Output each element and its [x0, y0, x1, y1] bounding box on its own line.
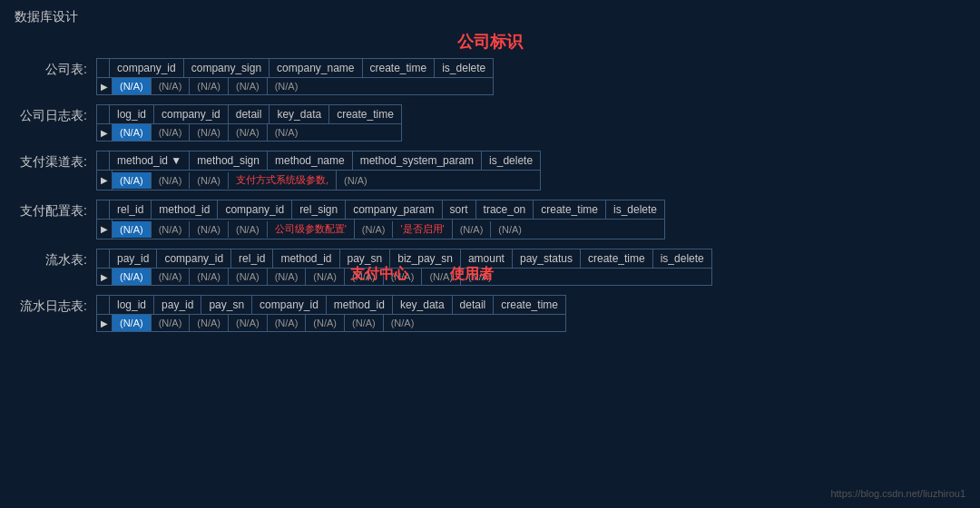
table-row-wrapper: 公司表:company_idcompany_signcompany_namecr… [15, 58, 965, 95]
table-label: 支付配置表: [15, 200, 96, 220]
cell-value: 支付方式系统级参数, [229, 171, 337, 190]
cell-value: (N/A) [384, 315, 422, 331]
table-row-wrapper: 流水表:pay_idcompany_idrel_idmethod_idpay_s… [15, 249, 965, 286]
cell-value: (N/A) [152, 78, 191, 94]
flow-overlay-label: 使用者 [450, 265, 494, 284]
center-label: 公司标识 [0, 31, 980, 53]
column-header: sort [443, 200, 476, 219]
table-row-wrapper: 支付配置表:rel_idmethod_idcompany_idrel_signc… [15, 200, 965, 239]
cell-value: (N/A) [355, 221, 394, 238]
table-label: 流水表: [15, 249, 96, 269]
table-label: 公司日志表: [15, 104, 96, 124]
row-arrow: ▶ [97, 315, 113, 331]
cell-value: (N/A) [229, 221, 268, 238]
db-table: log_idpay_idpay_sncompany_idmethod_idkey… [96, 295, 566, 332]
cell-value: (N/A) [113, 78, 152, 94]
column-header: log_id [110, 296, 154, 314]
cell-value: (N/A) [113, 172, 152, 189]
column-header: is_delete [606, 200, 664, 219]
table-label: 支付渠道表: [15, 151, 96, 171]
column-header: company_id [110, 59, 184, 77]
cell-value: (N/A) [113, 315, 152, 331]
column-header: method_id [152, 200, 218, 219]
column-header: method_name [268, 151, 353, 170]
cell-value: (N/A) [152, 269, 191, 285]
cell-value: (N/A) [345, 315, 384, 331]
cell-value: (N/A) [306, 315, 345, 331]
column-header: create_time [363, 59, 436, 77]
page-title: 数据库设计 [0, 0, 980, 31]
column-header: is_delete [435, 59, 493, 77]
column-header: create_time [581, 249, 653, 268]
cell-value: (N/A) [268, 78, 306, 94]
cell-value: (N/A) [453, 221, 492, 238]
db-table: company_idcompany_signcompany_namecreate… [96, 58, 494, 95]
cell-value: (N/A) [113, 124, 152, 141]
column-header: rel_sign [292, 200, 346, 219]
column-header: company_name [270, 59, 362, 77]
db-table: method_id ▼method_signmethod_namemethod_… [96, 151, 541, 190]
cell-value: (N/A) [306, 269, 345, 285]
cell-value: (N/A) [152, 172, 191, 189]
table-row-wrapper: 支付渠道表:method_id ▼method_signmethod_namem… [15, 151, 965, 190]
cell-value: (N/A) [268, 269, 307, 285]
column-header: pay_status [513, 249, 581, 268]
cell-value: (N/A) [152, 221, 191, 238]
column-header: company_id [154, 105, 229, 123]
watermark: https://blog.csdn.net/liuzhirou1 [830, 488, 965, 499]
column-header: is_delete [482, 151, 540, 170]
column-header: method_id [327, 296, 393, 314]
cell-value: (N/A) [229, 78, 268, 94]
column-header: trace_on [476, 200, 534, 219]
cell-value: 公司级参数配置' [268, 220, 355, 239]
column-header: key_data [270, 105, 329, 123]
cell-value: (N/A) [113, 269, 152, 285]
column-header: method_id ▼ [110, 151, 190, 170]
column-header: key_data [393, 296, 453, 314]
cell-value: (N/A) [190, 221, 229, 238]
row-arrow: ▶ [97, 269, 113, 285]
column-header: detail [229, 105, 270, 123]
cell-value: '是否启用' [393, 220, 452, 239]
flow-overlay-label: 支付中心 [350, 265, 408, 284]
db-table: rel_idmethod_idcompany_idrel_signcompany… [96, 200, 665, 239]
row-arrow: ▶ [97, 124, 113, 141]
row-arrow: ▶ [97, 220, 113, 239]
cell-value: (N/A) [229, 269, 268, 285]
cell-value: (N/A) [190, 269, 229, 285]
db-table: pay_idcompany_idrel_idmethod_idpay_snbiz… [96, 249, 712, 286]
column-header: create_time [329, 105, 401, 123]
cell-value: (N/A) [491, 221, 529, 238]
column-header: company_id [157, 249, 231, 268]
row-arrow: ▶ [97, 78, 113, 94]
cell-value: (N/A) [152, 124, 191, 141]
db-table: log_idcompany_iddetailkey_datacreate_tim… [96, 104, 402, 142]
cell-value: (N/A) [190, 315, 229, 331]
column-header: rel_id [231, 249, 273, 268]
table-label: 流水日志表: [15, 295, 96, 315]
column-header: is_delete [653, 249, 711, 268]
cell-value: (N/A) [190, 172, 229, 189]
table-row-wrapper: 流水日志表:log_idpay_idpay_sncompany_idmethod… [15, 295, 965, 332]
column-header: method_id [273, 249, 339, 268]
cell-value: (N/A) [190, 78, 229, 94]
cell-value: (N/A) [113, 221, 152, 238]
column-header: pay_id [154, 296, 201, 314]
column-header: create_time [534, 200, 606, 219]
cell-value: (N/A) [229, 315, 268, 331]
column-header: pay_sn [201, 296, 252, 314]
cell-value: (N/A) [229, 124, 268, 141]
table-label: 公司表: [15, 58, 96, 78]
column-header: log_id [110, 105, 154, 123]
column-header: method_system_param [353, 151, 482, 170]
column-header: create_time [494, 296, 565, 314]
column-header: method_sign [190, 151, 268, 170]
cell-value: (N/A) [152, 315, 191, 331]
cell-value: (N/A) [337, 172, 375, 189]
row-arrow: ▶ [97, 171, 113, 190]
column-header: detail [453, 296, 495, 314]
cell-value: (N/A) [268, 315, 307, 331]
column-header: company_sign [184, 59, 270, 77]
column-header: pay_id [110, 249, 157, 268]
column-header: company_id [218, 200, 292, 219]
